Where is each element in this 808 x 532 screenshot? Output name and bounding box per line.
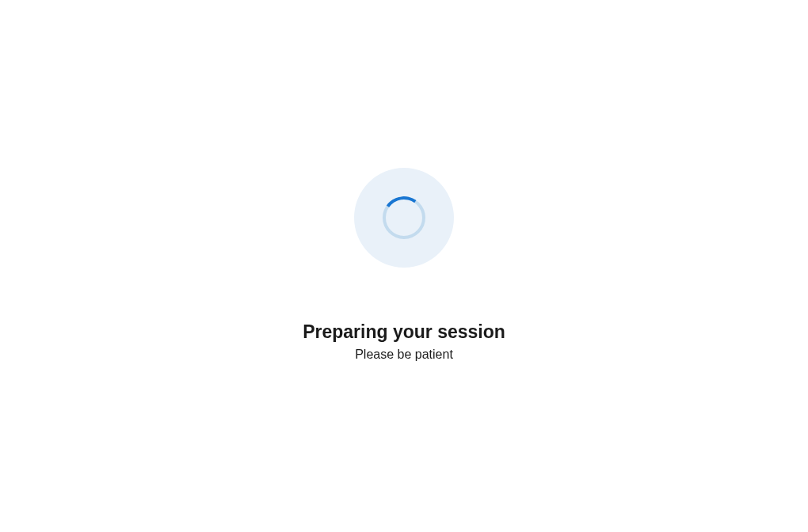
- loading-spinner-container: [354, 168, 454, 268]
- loading-subtitle: Please be patient: [355, 348, 453, 362]
- loading-title: Preparing your session: [303, 321, 505, 343]
- spinner-arc: [379, 193, 429, 243]
- loading-spinner-icon: [383, 196, 425, 239]
